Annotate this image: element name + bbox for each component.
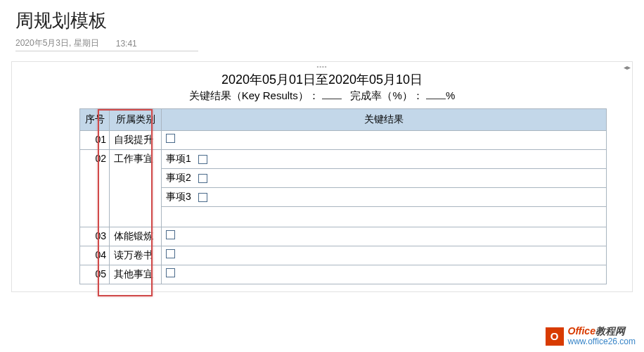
row-index: 05 [80,265,110,284]
checkbox-icon[interactable] [166,134,175,143]
completion-value-blank[interactable] [426,89,446,99]
kr-value-blank[interactable] [322,89,342,99]
kr-summary-line: 关键结果（Key Results）： 完成率（%）： % [12,89,632,103]
table-row: 04读万卷书 [80,246,607,265]
row-category: 其他事宜 [110,265,162,284]
row-result-cell[interactable] [162,227,607,246]
row-category: 自我提升 [110,131,162,150]
table-row: 01自我提升 [80,131,607,150]
checkbox-icon[interactable] [198,174,207,183]
row-category: 读万卷书 [110,246,162,265]
checkbox-icon[interactable] [198,193,207,202]
watermark: O Office教程网 www.office26.com [546,326,636,346]
item-label: 事项1 [166,153,194,165]
date-range-heading: 2020年05月01日至2020年05月10日 [12,71,632,88]
row-index: 01 [80,131,110,150]
scroll-right-icon[interactable]: ◂▸ [624,63,631,71]
page-date: 2020年5月3日, 星期日 [15,37,99,49]
page-time: 13:41 [116,39,137,49]
kr-label: 关键结果（Key Results）： [189,89,319,101]
checkbox-icon[interactable] [166,268,175,277]
watermark-brand: Office [568,325,595,337]
row-result-cell[interactable] [162,131,607,150]
row-result-cell[interactable] [162,265,607,284]
drag-grip-icon[interactable]: •••• [12,63,632,70]
row-index: 04 [80,246,110,265]
row-category: 体能锻炼 [110,227,162,246]
page-title[interactable]: 周规划模板 [15,8,629,33]
watermark-url: www.office26.com [568,337,636,346]
completion-suffix: % [446,89,455,101]
col-header-index: 序号 [80,109,110,131]
content-panel: •••• ◂▸ 2020年05月01日至2020年05月10日 关键结果（Key… [11,61,633,292]
row-index: 02 [80,150,110,227]
row-category: 工作事宜 [110,150,162,227]
table-row: 05其他事宜 [80,265,607,284]
item-label: 事项2 [166,172,194,184]
item-label: 事项3 [166,191,194,203]
row-result-cell[interactable]: 事项1事项2事项3 [162,150,607,227]
checkbox-icon[interactable] [166,230,175,239]
completion-label: 完成率（%）： [350,89,423,101]
col-header-result: 关键结果 [162,109,607,131]
col-header-category: 所属类别 [110,109,162,131]
checkbox-icon[interactable] [198,155,207,164]
row-index: 03 [80,227,110,246]
table-row: 03体能锻炼 [80,227,607,246]
table-row: 02工作事宜事项1事项2事项3 [80,150,607,227]
office-logo-icon: O [546,327,564,346]
row-result-cell[interactable] [162,246,607,265]
watermark-rest: 教程网 [595,325,625,337]
plan-table: 序号 所属类别 关键结果 01自我提升02工作事宜事项1事项2事项303体能锻炼… [79,108,607,284]
checkbox-icon[interactable] [166,249,175,258]
